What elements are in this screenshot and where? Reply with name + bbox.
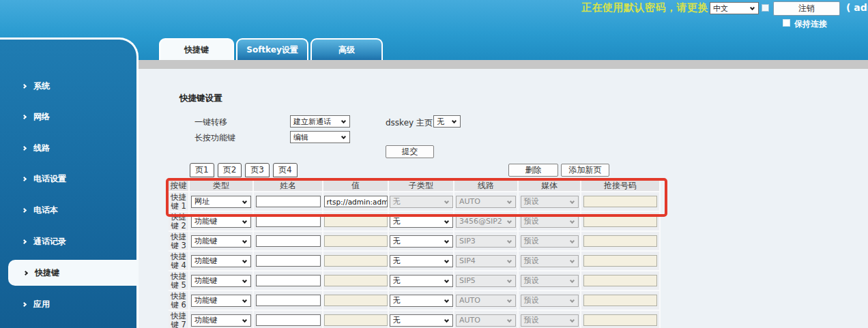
one-key-transfer-select[interactable]: 建立新通话 <box>290 115 350 128</box>
hotkey-3-name-input[interactable] <box>256 235 321 247</box>
table-cell <box>581 252 661 271</box>
table-cell: 无 <box>389 212 454 232</box>
hotkey-6-name-input[interactable] <box>256 295 321 306</box>
page-tab-1[interactable]: 页1 <box>190 163 214 177</box>
sidebar-item-hotkey[interactable]: 快捷键 <box>8 260 139 286</box>
chevron-down-icon <box>242 317 247 322</box>
table-cell <box>323 291 389 311</box>
sidebar-item-label: 系统 <box>33 80 50 92</box>
chevron-down-icon <box>569 297 574 302</box>
hotkey-1-value-input[interactable]: rtsp://admin:admin <box>324 196 388 207</box>
table-cell <box>323 271 389 291</box>
chevron-down-icon <box>242 258 247 263</box>
sidebar-item-label: 应用 <box>33 299 50 310</box>
sidebar: 系统网络线路电话设置电话本通话记录快捷键应用 <box>0 38 139 328</box>
hotkey-2-name-input[interactable] <box>256 215 321 227</box>
hotkey-row-label: 快捷键 2 <box>169 212 190 232</box>
hotkey-4-subtype-select[interactable]: 无 <box>390 255 453 267</box>
select-value: 功能键 <box>194 236 217 246</box>
hotkey-row-label: 快捷键 6 <box>169 291 190 311</box>
select-value: 无 <box>393 216 401 226</box>
select-value: 预设 <box>524 236 539 246</box>
longpress-select[interactable]: 编辑 <box>290 131 350 143</box>
language-select[interactable]: 中文 <box>710 2 759 14</box>
hotkey-1-type-select[interactable]: 网址 <box>191 196 251 208</box>
hotkey-6-subtype-select[interactable]: 无 <box>390 295 453 307</box>
table-cell <box>581 232 661 252</box>
chevron-down-icon <box>569 198 574 203</box>
logout-button[interactable]: 注销 <box>773 1 840 16</box>
tab-hotkey[interactable]: 快捷键 <box>159 38 234 61</box>
page-tab-2[interactable]: 页2 <box>218 163 242 177</box>
sidebar-item-system[interactable]: 系统 <box>0 73 139 99</box>
chevron-right-icon <box>23 270 28 275</box>
dsskey-home-select[interactable]: 无 <box>433 115 461 128</box>
hotkey-5-name-input[interactable] <box>256 275 321 286</box>
hotkey-1-name-input[interactable] <box>256 196 321 207</box>
hotkey-3-media-select: 预设 <box>521 235 579 248</box>
hotkey-6-type-select[interactable]: 功能键 <box>191 295 251 307</box>
table-cell <box>581 291 661 311</box>
select-value: 功能键 <box>194 295 217 305</box>
hotkey-row-label: 快捷键 3 <box>169 232 190 252</box>
hotkey-2-value-input <box>324 215 388 227</box>
table-row: 快捷键 2功能键无3456@SIP2预设 <box>169 212 661 232</box>
hotkey-5-type-select[interactable]: 功能键 <box>191 275 251 287</box>
keep-connected-label: 保持连接 <box>794 18 827 30</box>
hotkey-2-media-select: 预设 <box>521 215 579 228</box>
chevron-down-icon <box>444 317 448 322</box>
chevron-down-icon <box>569 317 574 322</box>
hotkey-4-name-input[interactable] <box>256 255 321 267</box>
hotkey-4-type-select[interactable]: 功能键 <box>191 255 251 267</box>
sidebar-item-phone-settings[interactable]: 电话设置 <box>0 166 139 192</box>
table-cell <box>254 311 323 328</box>
page-tab-4[interactable]: 页4 <box>273 163 298 177</box>
tab-softkey[interactable]: Softkey设置 <box>236 38 308 61</box>
table-cell: SIP3 <box>454 232 519 252</box>
hotkey-7-type-select[interactable]: 功能键 <box>191 314 251 327</box>
table-cell <box>254 232 323 252</box>
page-tab-3[interactable]: 页3 <box>245 163 270 177</box>
submit-button[interactable]: 提交 <box>386 145 434 158</box>
section-title: 快捷键设置 <box>179 93 222 104</box>
delete-button[interactable]: 删除 <box>508 164 558 177</box>
chevron-down-icon <box>444 297 448 302</box>
sidebar-item-application[interactable]: 应用 <box>0 291 139 317</box>
table-cell <box>581 271 661 291</box>
chevron-down-icon <box>507 278 512 282</box>
keep-connected-checkbox[interactable] <box>783 19 790 27</box>
hotkey-3-pickup-input <box>583 235 657 247</box>
hotkey-3-type-select[interactable]: 功能键 <box>191 235 251 248</box>
tab-advanced[interactable]: 高级 <box>310 38 383 61</box>
hotkey-4-pickup-input <box>583 255 657 267</box>
table-cell <box>581 192 661 212</box>
sidebar-item-call-log[interactable]: 通话记录 <box>0 228 139 254</box>
select-value: SIP5 <box>459 276 476 285</box>
chevron-down-icon <box>444 258 448 263</box>
language-select-value: 中文 <box>713 3 728 14</box>
page-tabs: 页1页2页3页4 <box>190 163 298 177</box>
sidebar-item-phonebook[interactable]: 电话本 <box>0 197 139 223</box>
one-key-transfer-label: 一键转移 <box>194 117 227 128</box>
select-value: 无 <box>393 315 401 325</box>
sidebar-item-label: 电话设置 <box>33 173 66 185</box>
column-header: 值 <box>323 180 389 192</box>
column-header: 线路 <box>454 180 519 192</box>
hotkey-row-label: 快捷键 5 <box>169 271 190 291</box>
table-cell: 功能键 <box>190 311 254 328</box>
hotkey-7-name-input[interactable] <box>256 314 321 326</box>
hotkey-2-subtype-select[interactable]: 无 <box>390 215 453 228</box>
add-page-button[interactable]: 添加新页 <box>561 164 609 177</box>
table-cell: 预设 <box>519 311 581 328</box>
hotkey-7-subtype-select[interactable]: 无 <box>390 314 453 327</box>
table-cell: 无 <box>389 252 454 271</box>
topbar-checkbox[interactable] <box>762 4 769 12</box>
sidebar-item-network[interactable]: 网络 <box>0 104 139 130</box>
hotkey-5-value-input <box>324 275 388 286</box>
sidebar-item-line[interactable]: 线路 <box>0 135 139 161</box>
hotkey-5-subtype-select[interactable]: 无 <box>390 275 453 287</box>
hotkey-2-type-select[interactable]: 功能键 <box>191 215 251 228</box>
hotkey-3-subtype-select[interactable]: 无 <box>390 235 453 248</box>
select-value: 功能键 <box>194 256 217 266</box>
table-cell: 功能键 <box>190 271 254 291</box>
